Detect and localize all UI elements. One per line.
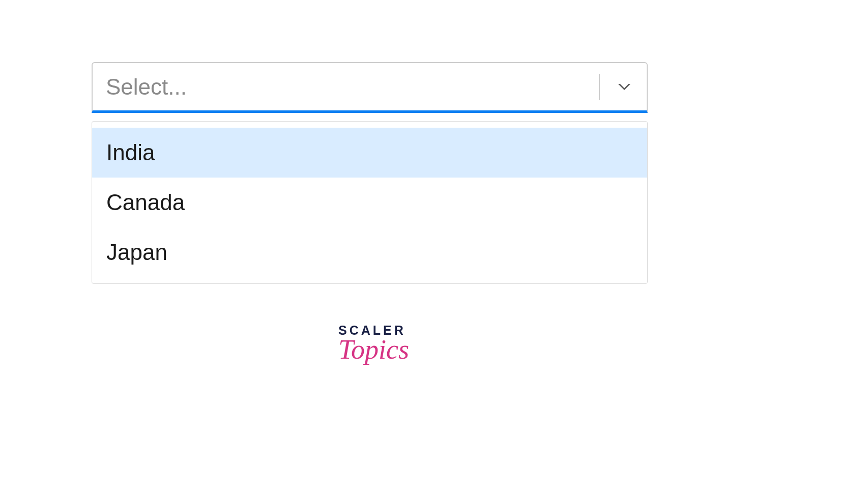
select-divider [599, 74, 600, 100]
select-option-canada[interactable]: Canada [92, 178, 647, 227]
select-placeholder: Select... [106, 74, 599, 100]
select-menu: India Canada Japan [92, 121, 648, 284]
logo-text-topics: Topics [338, 334, 402, 365]
select-dropdown: Select... India Canada Japan [92, 62, 648, 284]
select-control[interactable]: Select... [92, 62, 648, 113]
select-option-india[interactable]: India [92, 128, 647, 178]
chevron-down-icon [615, 78, 633, 96]
scaler-topics-logo: SCALER Topics [338, 323, 402, 365]
select-dropdown-indicator[interactable] [609, 78, 640, 96]
select-option-japan[interactable]: Japan [92, 227, 647, 277]
